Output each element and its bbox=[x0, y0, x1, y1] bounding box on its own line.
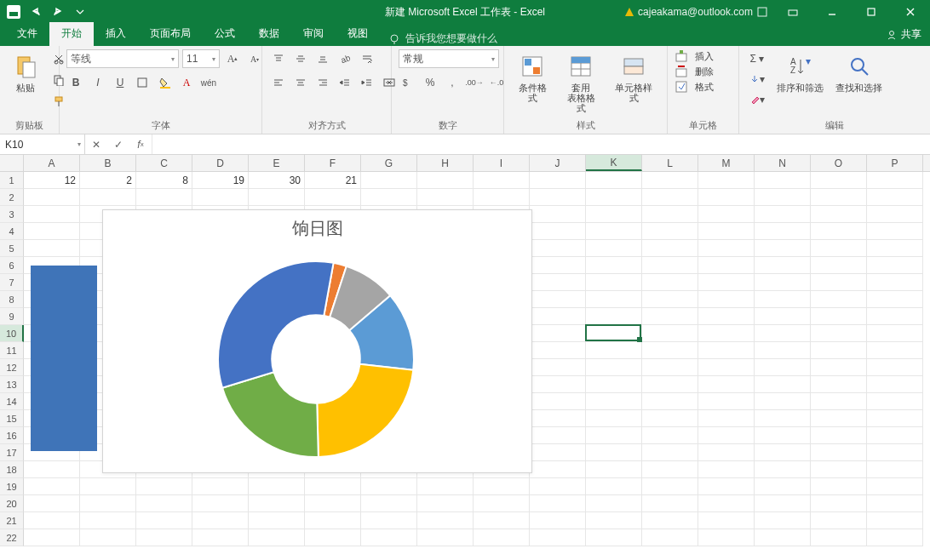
cell[interactable] bbox=[586, 495, 642, 512]
cell[interactable] bbox=[811, 410, 867, 427]
cell[interactable] bbox=[642, 206, 698, 223]
cell[interactable] bbox=[867, 393, 923, 410]
row-header[interactable]: 17 bbox=[0, 444, 24, 461]
column-header[interactable]: E bbox=[249, 155, 305, 171]
cell[interactable] bbox=[642, 410, 698, 427]
cell[interactable] bbox=[642, 427, 698, 444]
cell[interactable] bbox=[811, 206, 867, 223]
cell[interactable] bbox=[755, 206, 811, 223]
cell[interactable] bbox=[586, 512, 642, 529]
row-header[interactable]: 2 bbox=[0, 189, 24, 206]
cell[interactable] bbox=[642, 478, 698, 495]
format-as-table-button[interactable]: 套用 表格格式 bbox=[560, 49, 603, 113]
cell[interactable] bbox=[24, 478, 80, 495]
donut-slice[interactable] bbox=[317, 364, 413, 457]
cell[interactable] bbox=[361, 495, 417, 512]
tab-page-layout[interactable]: 页面布局 bbox=[138, 22, 203, 46]
cell[interactable] bbox=[811, 495, 867, 512]
cell[interactable] bbox=[642, 512, 698, 529]
cell[interactable] bbox=[642, 529, 698, 546]
cell[interactable] bbox=[24, 206, 80, 223]
row-header[interactable]: 16 bbox=[0, 427, 24, 444]
tab-data[interactable]: 数据 bbox=[247, 22, 291, 46]
cell[interactable] bbox=[586, 376, 642, 393]
cell[interactable] bbox=[80, 495, 136, 512]
cell[interactable] bbox=[698, 478, 755, 495]
cell[interactable] bbox=[755, 478, 811, 495]
cell[interactable] bbox=[586, 410, 642, 427]
column-header[interactable]: O bbox=[811, 155, 867, 171]
cell[interactable] bbox=[192, 478, 249, 495]
cell[interactable] bbox=[755, 325, 811, 342]
fill-button[interactable]: ▾ bbox=[746, 70, 768, 89]
increase-font-button[interactable]: A▴ bbox=[223, 49, 242, 68]
cell[interactable] bbox=[642, 240, 698, 257]
cell[interactable] bbox=[586, 274, 642, 291]
cell[interactable] bbox=[530, 172, 586, 189]
sort-filter-button[interactable]: AZ 排序和筛选 bbox=[773, 49, 827, 93]
cell[interactable] bbox=[249, 529, 305, 546]
cell[interactable] bbox=[417, 495, 474, 512]
cell[interactable] bbox=[867, 257, 923, 274]
cell[interactable] bbox=[530, 461, 586, 478]
row-header[interactable]: 5 bbox=[0, 240, 24, 257]
cell[interactable] bbox=[755, 240, 811, 257]
cancel-formula-button[interactable]: ✕ bbox=[85, 134, 107, 154]
cell[interactable]: 12 bbox=[24, 172, 80, 189]
cell[interactable] bbox=[24, 495, 80, 512]
font-name-combo[interactable]: 等线▾ bbox=[66, 49, 179, 68]
tab-formulas[interactable]: 公式 bbox=[203, 22, 247, 46]
column-header[interactable]: H bbox=[417, 155, 474, 171]
row-header[interactable]: 15 bbox=[0, 410, 24, 427]
cell[interactable] bbox=[192, 512, 249, 529]
donut-slice[interactable] bbox=[218, 261, 334, 388]
row-header[interactable]: 22 bbox=[0, 529, 24, 546]
cell[interactable] bbox=[755, 189, 811, 206]
cell[interactable] bbox=[811, 529, 867, 546]
cell[interactable] bbox=[136, 512, 192, 529]
cell[interactable] bbox=[530, 206, 586, 223]
cell[interactable] bbox=[136, 189, 192, 206]
cell[interactable] bbox=[755, 308, 811, 325]
cell[interactable] bbox=[698, 359, 755, 376]
row-header[interactable]: 7 bbox=[0, 274, 24, 291]
name-box[interactable]: K10 ▾ bbox=[0, 134, 85, 154]
cell[interactable] bbox=[867, 512, 923, 529]
cell[interactable] bbox=[642, 274, 698, 291]
cell[interactable] bbox=[530, 257, 586, 274]
cell[interactable] bbox=[249, 189, 305, 206]
cell[interactable] bbox=[811, 189, 867, 206]
cell[interactable] bbox=[698, 444, 755, 461]
cell[interactable] bbox=[474, 529, 530, 546]
cell[interactable] bbox=[474, 495, 530, 512]
cell[interactable] bbox=[867, 427, 923, 444]
cell[interactable] bbox=[867, 461, 923, 478]
cell[interactable] bbox=[811, 240, 867, 257]
cell[interactable] bbox=[80, 512, 136, 529]
cell[interactable]: 21 bbox=[305, 172, 361, 189]
cell[interactable] bbox=[698, 512, 755, 529]
cell[interactable] bbox=[642, 495, 698, 512]
cell[interactable] bbox=[192, 189, 249, 206]
font-size-combo[interactable]: 11▾ bbox=[182, 49, 220, 68]
cell[interactable] bbox=[530, 342, 586, 359]
tab-review[interactable]: 审阅 bbox=[291, 22, 336, 46]
cell[interactable] bbox=[305, 512, 361, 529]
row-header[interactable]: 9 bbox=[0, 308, 24, 325]
cell[interactable] bbox=[361, 189, 417, 206]
cell[interactable] bbox=[867, 495, 923, 512]
worksheet-grid[interactable]: ABCDEFGHIJKLMNOP 12345678910111213141516… bbox=[0, 155, 930, 560]
cell[interactable] bbox=[867, 274, 923, 291]
cell[interactable] bbox=[305, 495, 361, 512]
minimize-button[interactable] bbox=[812, 0, 852, 24]
redo-button[interactable] bbox=[49, 3, 66, 20]
chart-title[interactable]: 饷日图 bbox=[103, 210, 531, 242]
orientation-button[interactable]: ab bbox=[336, 49, 354, 68]
save-button[interactable] bbox=[5, 3, 22, 20]
cell[interactable] bbox=[755, 342, 811, 359]
cell[interactable] bbox=[698, 427, 755, 444]
cell[interactable] bbox=[867, 308, 923, 325]
cell[interactable] bbox=[586, 325, 642, 342]
cell[interactable] bbox=[80, 478, 136, 495]
cell[interactable] bbox=[586, 529, 642, 546]
